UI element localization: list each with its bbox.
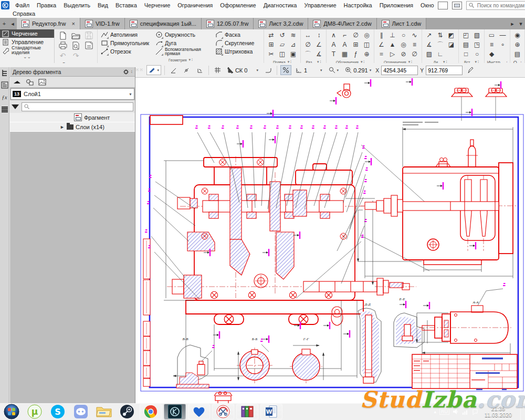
diameter-mark-icon[interactable]: ∅ <box>350 30 361 40</box>
rectangle-button[interactable]: Прямоугольник <box>99 39 153 47</box>
save-icon[interactable] <box>82 30 96 40</box>
tray-expand-icon[interactable]: ▴ <box>434 409 436 414</box>
linear-dim-icon[interactable]: ↔ <box>302 30 313 40</box>
tray-language-indicator[interactable]: RU <box>439 408 449 415</box>
menu-item[interactable]: Оформление <box>216 1 259 9</box>
angle-constraint-icon[interactable]: ∠ <box>376 40 387 49</box>
arc-button[interactable]: Дуга <box>154 39 213 47</box>
tangent-icon[interactable]: ○ <box>398 30 409 40</box>
picture-icon[interactable] <box>38 79 46 86</box>
perpendicular-icon[interactable]: ⊥ <box>387 30 398 40</box>
measure-arc-icon[interactable]: ⌒ <box>435 40 446 49</box>
measure-dist-icon[interactable]: ↗ <box>424 30 435 40</box>
layers-tool-icon[interactable]: ≡ <box>486 40 497 49</box>
tab-list-button[interactable]: ▾ <box>517 18 525 29</box>
vertical-dim-icon[interactable]: ↕ <box>313 30 324 40</box>
corner-mode-button[interactable] <box>262 66 274 75</box>
start-button[interactable] <box>4 404 19 419</box>
tab-120507-frw[interactable]: 12.05.07.frw <box>202 18 254 29</box>
scale-select[interactable]: 1 ▾ <box>293 66 324 75</box>
tree-node-fragment[interactable]: Фрагмент <box>10 113 135 122</box>
menu-item[interactable]: Управление <box>300 1 340 9</box>
line-tool-icon[interactable]: — <box>497 30 508 40</box>
tab-dm84-list2-cdw[interactable]: ДМ8-4\Лист 2.cdw <box>308 18 376 29</box>
tab-reduktor-frw[interactable]: Редуктор.frw × <box>17 18 80 29</box>
snap-point-button[interactable] <box>181 66 192 75</box>
measure-xy-icon[interactable]: ⇅ <box>435 30 446 40</box>
copy-icon[interactable]: ⊞ <box>266 40 277 49</box>
tab-list32-cdw[interactable]: Лист 3,2.cdw <box>254 18 308 29</box>
heart-app-taskbar-button[interactable] <box>188 404 210 419</box>
center-mark-icon[interactable]: ⊕ <box>361 49 372 59</box>
section-mark-icon[interactable]: ◎ <box>361 30 372 40</box>
tree-panel-icon[interactable] <box>1 69 8 77</box>
search-input[interactable] <box>476 2 525 9</box>
winrar-taskbar-button[interactable] <box>236 404 258 419</box>
circle-button[interactable]: Окружность <box>154 30 213 39</box>
save-as-icon[interactable] <box>82 40 96 50</box>
category-standard-parts[interactable]: Стандартные изделия <box>0 46 54 55</box>
align-icon[interactable]: ▷ <box>387 49 398 59</box>
menu-item[interactable]: Диагностика <box>260 1 301 9</box>
command-search[interactable] <box>466 1 525 10</box>
grid-button[interactable] <box>212 65 223 75</box>
menu-item[interactable]: Окно <box>417 1 438 9</box>
snap-angle-button[interactable] <box>168 66 179 75</box>
insert-fragment-icon[interactable]: ▤ <box>460 40 471 49</box>
explorer-icon[interactable] <box>96 404 112 419</box>
list-icon[interactable]: ▤ <box>512 49 523 59</box>
snap-ortho-button[interactable] <box>194 66 205 75</box>
tree-node-layers[interactable]: ► Слои (x14) <box>10 122 135 132</box>
letter-a-icon[interactable]: А <box>328 40 339 49</box>
formula-icon[interactable]: ƒ <box>350 49 361 59</box>
x-coordinate-field[interactable] <box>381 66 418 75</box>
word-taskbar-button[interactable]: W <box>260 404 282 419</box>
menu-item[interactable]: Файл <box>12 1 33 9</box>
show-desktop-button[interactable] <box>520 403 525 420</box>
skype-icon[interactable]: S <box>50 404 66 419</box>
array-icon[interactable]: ▣ <box>288 49 299 59</box>
window-layout-icon[interactable] <box>438 2 448 9</box>
corner-icon[interactable]: ∟ <box>435 49 446 59</box>
menu-item-help[interactable]: Справка <box>0 10 39 17</box>
options-icon[interactable]: ◉ <box>512 30 523 40</box>
taskbar-clock[interactable]: 21:35 11.03.2020 <box>481 405 515 418</box>
hatch-button[interactable]: Штриховка <box>214 47 262 56</box>
deform-icon[interactable]: ≋ <box>288 30 299 40</box>
aux-line-button[interactable]: Вспомогательная прямая <box>154 47 213 56</box>
title-block-icon[interactable]: ◫ <box>361 40 372 49</box>
chamfer-button[interactable]: Фаска <box>214 30 262 39</box>
region-icon[interactable]: ▭ <box>486 30 497 40</box>
scroll-tabs-right-button[interactable]: ▸ <box>508 18 517 29</box>
preview-icon[interactable] <box>69 40 82 50</box>
menu-item[interactable]: Правка <box>33 1 60 9</box>
open-document-icon[interactable] <box>69 30 82 40</box>
add-icon[interactable]: ⊕ <box>512 40 523 49</box>
action-center-icon[interactable] <box>472 408 478 415</box>
filter-icon[interactable] <box>12 104 19 109</box>
scroll-tabs-left-button[interactable]: ◂ <box>8 18 17 29</box>
parallel-icon[interactable]: ∥ <box>376 30 387 40</box>
screen-mode-icon[interactable] <box>452 2 462 9</box>
tab-specifikaciya[interactable]: спецификация 1ый... <box>125 18 202 29</box>
panel-menu-icon[interactable]: ⁞ <box>131 69 132 74</box>
mirror-icon[interactable]: ▱ <box>277 40 288 49</box>
utorrent-icon[interactable]: µ <box>27 404 43 419</box>
insert-picture-icon[interactable]: ▧ <box>471 30 482 40</box>
segment-button[interactable]: Отрезок <box>99 47 153 56</box>
tab-vid1-frw[interactable]: VID-1.frw <box>80 18 125 29</box>
tree-search-input[interactable] <box>22 102 133 111</box>
category-drawing[interactable]: Черчение <box>0 29 54 38</box>
style-icon[interactable]: ◆ <box>486 49 497 59</box>
collinear-icon[interactable]: ≡ <box>409 40 420 49</box>
gear-icon[interactable] <box>123 69 129 75</box>
styles-button[interactable]: ▾ <box>146 65 161 75</box>
filter-objects-icon[interactable] <box>26 79 34 86</box>
diameter-dim-icon[interactable]: ∅ <box>302 40 313 49</box>
autoline-button[interactable]: Автолиния <box>99 30 153 39</box>
new-document-icon[interactable] <box>56 30 69 40</box>
menu-item[interactable]: Вставка <box>112 1 141 9</box>
scissors-app-taskbar-button[interactable] <box>212 404 234 419</box>
leader-icon[interactable]: ⌐ <box>339 30 350 40</box>
concentric-icon[interactable]: ◎ <box>398 40 409 49</box>
